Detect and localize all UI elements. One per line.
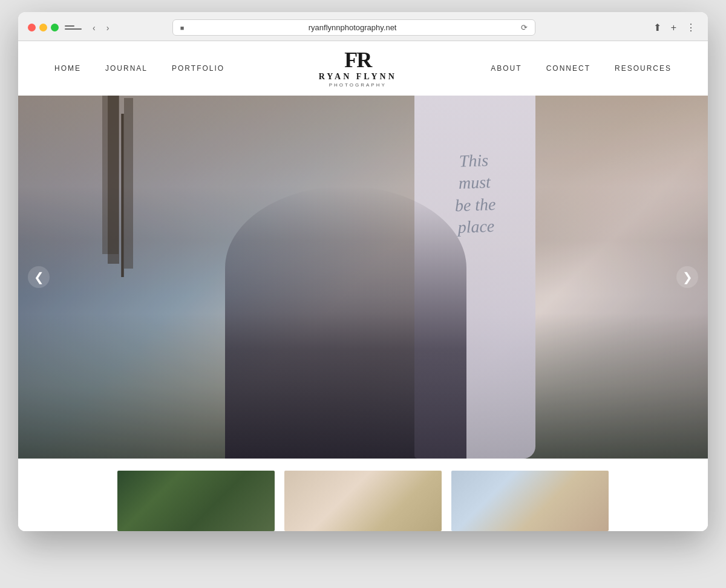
sidebar-toggle-button[interactable]	[65, 22, 82, 34]
logo-name: Ryan Flynn	[319, 72, 397, 82]
logo-subtitle: Photography	[319, 82, 397, 88]
site-logo[interactable]: FR Ryan Flynn Photography	[319, 49, 397, 88]
thumbnail-1[interactable]	[117, 471, 275, 531]
slider-next-button[interactable]: ❯	[676, 266, 698, 288]
thumbnail-2[interactable]	[284, 471, 442, 531]
fullscreen-button[interactable]	[51, 24, 59, 31]
traffic-lights	[28, 24, 59, 31]
share-button[interactable]: ⬆	[651, 21, 664, 34]
nav-about[interactable]: ABOUT	[491, 64, 522, 73]
hero-couple-figure	[225, 186, 466, 459]
site-navigation: HOME JoURNAL PORTFOLIO FR Ryan Flynn Pho…	[18, 41, 708, 96]
back-button[interactable]: ‹	[90, 22, 98, 34]
nav-portfolio[interactable]: PORTFOLIO	[172, 64, 224, 73]
browser-action-buttons: ⬆ + ⋮	[651, 21, 698, 34]
reload-button[interactable]: ⟳	[521, 23, 528, 32]
browser-chrome: ‹ › ■ ryanflynnphotography.net ⟳ ⬆ + ⋮	[18, 12, 708, 41]
website-content: HOME JoURNAL PORTFOLIO FR Ryan Flynn Pho…	[18, 41, 708, 531]
close-button[interactable]	[28, 24, 36, 31]
nav-right: ABOUT CONNECT RESOURCES	[491, 64, 672, 73]
browser-window: ‹ › ■ ryanflynnphotography.net ⟳ ⬆ + ⋮ H…	[18, 12, 708, 531]
nav-home[interactable]: HOME	[54, 64, 81, 73]
hero-image: Thismustbe theplace	[18, 96, 708, 459]
thumbnail-strip	[18, 459, 708, 531]
new-tab-button[interactable]: +	[669, 21, 679, 34]
url-text: ryanflynnphotography.net	[189, 23, 515, 32]
nav-connect[interactable]: CONNECT	[546, 64, 590, 73]
hero-slider: Thismustbe theplace ❮ ❯	[18, 96, 708, 459]
forward-button[interactable]: ›	[104, 22, 112, 34]
grid-view-button[interactable]: ⋮	[684, 21, 698, 34]
nav-resources[interactable]: RESOURCES	[615, 64, 672, 73]
thumbnail-3[interactable]	[451, 471, 609, 531]
logo-monogram: FR	[319, 49, 397, 71]
nav-left: HOME JoURNAL PORTFOLIO	[54, 64, 224, 73]
security-icon: ■	[180, 24, 185, 31]
minimize-button[interactable]	[39, 24, 47, 31]
nav-journal[interactable]: JoURNAL	[105, 64, 148, 73]
slider-prev-button[interactable]: ❮	[28, 266, 50, 288]
address-bar[interactable]: ■ ryanflynnphotography.net ⟳	[172, 19, 535, 36]
